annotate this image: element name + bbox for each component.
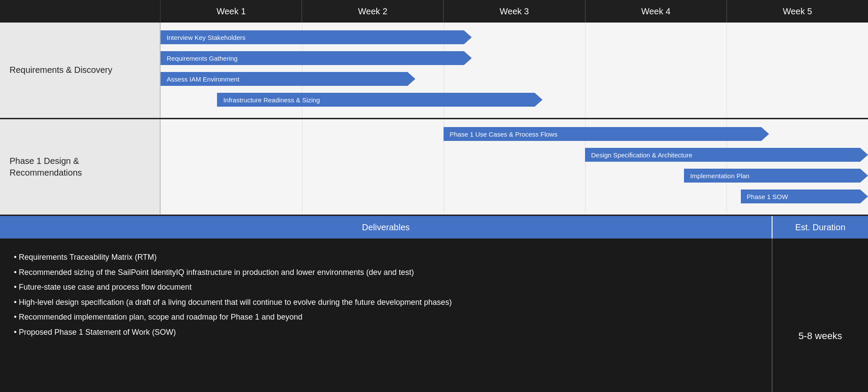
req-discovery-label: Requirements & Discovery <box>0 23 161 118</box>
bar-row-requirements: Requirements Gathering <box>161 49 868 68</box>
bar-infra-label: Infrastructure Readiness & Sizing <box>223 96 320 104</box>
phase1-section: Phase 1 Design & Recommendations Phase 1… <box>0 119 868 215</box>
bar-interview-arrow <box>464 30 472 44</box>
deliv-item-1: • Requirements Traceability Matrix (RTM) <box>14 251 758 264</box>
week-3-header: Week 3 <box>444 0 585 23</box>
req-discovery-section: Requirements & Discovery Interview Key S… <box>0 23 868 118</box>
bar-assess: Assess IAM Environment <box>161 72 415 86</box>
bar-interview-label: Interview Key Stakeholders <box>167 34 246 41</box>
deliverables-content: • Requirements Traceability Matrix (RTM)… <box>0 238 773 392</box>
gantt-header: Week 1 Week 2 Week 3 Week 4 Week 5 <box>0 0 868 23</box>
deliv-item-2: • Recommended sizing of the SailPoint Id… <box>14 266 758 279</box>
bar-sow: Phase 1 SOW <box>741 189 868 203</box>
bar-row-sow: Phase 1 SOW <box>161 187 868 206</box>
bar-row-assess: Assess IAM Environment <box>161 69 868 88</box>
bar-requirements-arrow <box>464 51 472 65</box>
bar-sow-arrow <box>860 189 868 203</box>
duration-header: Est. Duration <box>773 216 868 238</box>
bar-impl-arrow <box>860 169 868 183</box>
bar-design-arrow <box>860 148 868 162</box>
bar-row-usecases: Phase 1 Use Cases & Process Flows <box>161 124 868 144</box>
bar-impl: Implementation Plan <box>684 169 868 183</box>
bar-assess-label: Assess IAM Environment <box>167 75 240 83</box>
deliv-item-3: • Future-state use case and process flow… <box>14 281 758 294</box>
deliverables-section: Deliverables Est. Duration • Requirement… <box>0 215 868 392</box>
phase1-bars: Phase 1 Use Cases & Process Flows Design… <box>161 119 868 214</box>
bar-row-infra: Infrastructure Readiness & Sizing <box>161 90 868 109</box>
deliverables-header-row: Deliverables Est. Duration <box>0 216 868 238</box>
week-5-header: Week 5 <box>727 0 868 23</box>
week-2-header: Week 2 <box>302 0 444 23</box>
phase1-label: Phase 1 Design & Recommendations <box>0 119 161 214</box>
bar-interview: Interview Key Stakeholders <box>161 30 472 44</box>
bar-infra: Infrastructure Readiness & Sizing <box>217 93 542 107</box>
week-1-header: Week 1 <box>161 0 302 23</box>
bar-row-design: Design Specification & Architecture <box>161 145 868 164</box>
bar-infra-arrow <box>535 93 542 107</box>
deliv-item-5: • Recommended implementation plan, scope… <box>14 310 758 324</box>
req-discovery-bars: Interview Key Stakeholders Requirements … <box>161 23 868 118</box>
deliverables-header: Deliverables <box>0 216 773 238</box>
bar-design: Design Specification & Architecture <box>585 148 868 162</box>
week-4-header: Week 4 <box>585 0 727 23</box>
weeks-header: Week 1 Week 2 Week 3 Week 4 Week 5 <box>161 0 868 23</box>
bar-assess-arrow <box>408 72 415 86</box>
bar-sow-label: Phase 1 SOW <box>747 193 788 200</box>
bar-usecases-label: Phase 1 Use Cases & Process Flows <box>450 131 557 138</box>
duration-value: 5-8 weeks <box>773 238 868 392</box>
bar-requirements-label: Requirements Gathering <box>167 55 237 62</box>
bar-impl-label: Implementation Plan <box>690 172 750 180</box>
deliv-item-4: • High-level design specification (a dra… <box>14 296 758 309</box>
bar-row-impl: Implementation Plan <box>161 166 868 185</box>
bar-row-interview: Interview Key Stakeholders <box>161 28 868 47</box>
bar-requirements: Requirements Gathering <box>161 51 472 65</box>
deliv-item-6: • Proposed Phase 1 Statement of Work (SO… <box>14 326 758 339</box>
bar-design-label: Design Specification & Architecture <box>591 151 692 159</box>
header-label-cell <box>0 0 161 23</box>
deliverables-body: • Requirements Traceability Matrix (RTM)… <box>0 238 868 392</box>
bar-usecases-arrow <box>761 127 769 141</box>
bar-usecases: Phase 1 Use Cases & Process Flows <box>444 127 769 141</box>
